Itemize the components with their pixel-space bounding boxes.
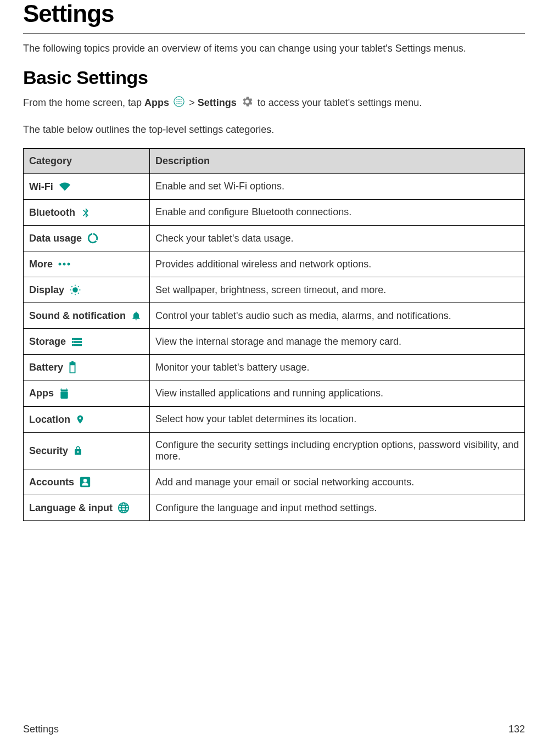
apps-label: Apps — [144, 98, 169, 109]
description-cell: Configure the security settings includin… — [150, 432, 525, 469]
category-label: Display — [29, 284, 64, 295]
battery-icon — [68, 361, 77, 373]
table-header-row: Category Description — [24, 148, 525, 173]
header-category: Category — [24, 148, 150, 173]
category-cell: Apps — [24, 380, 150, 406]
page-number: 132 — [508, 724, 525, 735]
table-row: Display Set wallpaper, brightness, scree… — [24, 277, 525, 303]
svg-point-10 — [59, 263, 61, 266]
category-label: Storage — [29, 336, 66, 347]
category-cell: Sound & notification — [24, 303, 150, 329]
svg-point-6 — [181, 101, 182, 102]
footer-section: Settings — [23, 724, 59, 735]
step-suffix: to access your tablet's settings menu. — [258, 98, 422, 109]
category-label: Sound & notification — [29, 310, 126, 321]
svg-point-23 — [83, 479, 87, 482]
svg-point-8 — [178, 103, 180, 104]
svg-point-5 — [178, 101, 180, 102]
svg-point-2 — [178, 99, 180, 100]
wifi-icon — [58, 181, 71, 192]
category-label: Battery — [29, 362, 63, 373]
svg-rect-20 — [60, 389, 68, 391]
svg-rect-21 — [60, 391, 68, 399]
more-icon — [58, 261, 71, 267]
category-label: Language & input — [29, 502, 113, 513]
description-cell: View installed applications and running … — [150, 380, 525, 406]
description-cell: Provides additional wireless and network… — [150, 251, 525, 277]
description-cell: Enable and configure Bluetooth connectio… — [150, 199, 525, 225]
category-cell: Storage — [24, 329, 150, 355]
category-cell: Accounts — [24, 469, 150, 495]
category-cell: Data usage — [24, 225, 150, 251]
table-row: Wi-Fi Enable and set Wi-Fi options. — [24, 173, 525, 199]
bluetooth-icon — [80, 206, 91, 219]
svg-point-12 — [68, 263, 70, 266]
settings-table: Category Description Wi-Fi Enable and se… — [23, 148, 525, 522]
category-cell: Battery — [24, 355, 150, 380]
table-intro: The table below outlines the top-level s… — [23, 124, 525, 136]
table-row: Data usage Check your tablet's data usag… — [24, 225, 525, 251]
divider — [23, 33, 525, 33]
category-cell: Location — [24, 406, 150, 432]
svg-point-11 — [63, 263, 66, 266]
table-row: Language & input Configure the language … — [24, 495, 525, 521]
svg-point-7 — [177, 103, 178, 104]
category-cell: Security — [24, 432, 150, 469]
table-row: Battery Monitor your tablet's battery us… — [24, 355, 525, 380]
table-row: More Provides additional wireless and ne… — [24, 251, 525, 277]
table-row: Accounts Add and manage your email or so… — [24, 469, 525, 495]
page-footer: Settings 132 — [23, 724, 525, 735]
step-prefix: From the home screen, tap — [23, 98, 144, 109]
description-cell: View the internal storage and manage the… — [150, 329, 525, 355]
location-icon — [75, 413, 85, 425]
svg-rect-17 — [73, 339, 74, 339]
category-cell: More — [24, 251, 150, 277]
category-label: Security — [29, 445, 68, 456]
category-label: More — [29, 259, 53, 270]
description-cell: Configure the language and input method … — [150, 495, 525, 521]
table-row: Sound & notification Control your tablet… — [24, 303, 525, 329]
description-cell: Select how your tablet determines its lo… — [150, 406, 525, 432]
table-row: Location Select how your tablet determin… — [24, 406, 525, 432]
svg-rect-18 — [73, 341, 74, 342]
apps-icon — [59, 388, 70, 400]
storage-icon — [71, 337, 83, 347]
notification-icon — [131, 310, 142, 322]
security-icon — [73, 445, 83, 457]
gear-icon — [241, 95, 254, 112]
category-cell: Language & input — [24, 495, 150, 521]
svg-point-3 — [181, 99, 182, 100]
data-usage-icon — [87, 232, 99, 244]
table-row: Storage View the internal storage and ma… — [24, 329, 525, 355]
category-label: Apps — [29, 388, 54, 399]
header-description: Description — [150, 148, 525, 173]
category-label: Location — [29, 413, 70, 424]
table-row: Bluetooth Enable and configure Bluetooth… — [24, 199, 525, 225]
navigation-step: From the home screen, tap Apps > Setting… — [23, 95, 525, 112]
svg-point-9 — [181, 103, 182, 104]
table-row: Security Configure the security settings… — [24, 432, 525, 469]
category-label: Accounts — [29, 477, 74, 488]
apps-launcher-icon — [173, 96, 185, 111]
category-cell: Wi-Fi — [24, 173, 150, 199]
category-cell: Bluetooth — [24, 199, 150, 225]
description-cell: Check your tablet's data usage. — [150, 225, 525, 251]
page-title: Settings — [23, 0, 525, 27]
language-icon — [118, 502, 130, 514]
svg-point-13 — [72, 288, 77, 293]
settings-label: Settings — [198, 98, 237, 109]
category-label: Wi-Fi — [29, 181, 53, 192]
category-label: Data usage — [29, 233, 82, 244]
step-separator: > — [189, 98, 198, 109]
category-cell: Display — [24, 277, 150, 303]
svg-point-1 — [177, 99, 178, 100]
svg-rect-19 — [73, 345, 74, 345]
category-label: Bluetooth — [29, 206, 75, 217]
description-cell: Enable and set Wi-Fi options. — [150, 173, 525, 199]
description-cell: Monitor your tablet's battery usage. — [150, 355, 525, 380]
description-cell: Add and manage your email or social netw… — [150, 469, 525, 495]
section-title: Basic Settings — [23, 67, 525, 88]
display-icon — [69, 284, 81, 296]
table-row: Apps View installed applications and run… — [24, 380, 525, 406]
description-cell: Control your tablet's audio such as medi… — [150, 303, 525, 329]
